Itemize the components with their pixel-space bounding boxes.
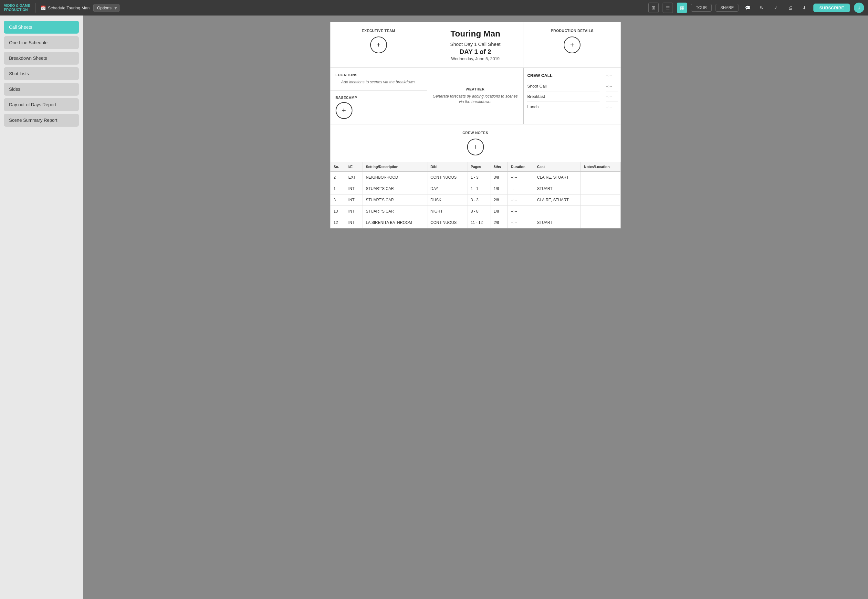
locations-basecamp-col: LOCATIONS Add locations to scenes via th… bbox=[331, 68, 427, 124]
production-details-label: PRODUCTION DETAILS bbox=[551, 29, 593, 33]
add-production-details-btn[interactable]: + bbox=[564, 36, 581, 53]
cell-ie-3: INT bbox=[345, 205, 363, 217]
download-icon[interactable]: ⬇ bbox=[799, 3, 809, 13]
cell-notes-3 bbox=[581, 205, 620, 217]
col-pages: Pages bbox=[467, 162, 490, 172]
cell-pages-1: 1 - 1 bbox=[467, 183, 490, 194]
cell-setting-3: STUART'S CAR bbox=[363, 205, 427, 217]
cell-ie-0: EXT bbox=[345, 172, 363, 183]
basecamp-label: BASECAMP bbox=[335, 96, 421, 99]
cell-cast-1: STUART bbox=[534, 183, 581, 194]
col-notes: Notes/Location bbox=[581, 162, 620, 172]
sidebar: Call Sheets One Line Schedule Breakdown … bbox=[0, 15, 83, 599]
table-view-btn[interactable]: ☰ bbox=[663, 3, 673, 13]
calendar-icon: 📅 bbox=[41, 6, 46, 11]
cell-setting-4: LA SIRENITA BATHROOM bbox=[363, 217, 427, 228]
table-row: 1INTSTUART'S CARDAY1 - 11/8--:--STUART bbox=[331, 183, 621, 194]
cell-eighths-3: 1/8 bbox=[490, 205, 507, 217]
print-icon[interactable]: 🖨 bbox=[785, 3, 795, 13]
table-row: 12INTLA SIRENITA BATHROOMCONTINUOUS11 - … bbox=[331, 217, 621, 228]
user-avatar[interactable]: U bbox=[854, 3, 864, 13]
sidebar-item-one-line-schedule[interactable]: One Line Schedule bbox=[4, 36, 79, 49]
sidebar-item-scene-summary[interactable]: Scene Summary Report bbox=[4, 114, 79, 126]
cell-duration-0: --:-- bbox=[507, 172, 534, 183]
check-icon[interactable]: ✓ bbox=[771, 3, 781, 13]
schedule-title: Schedule Touring Man bbox=[48, 6, 89, 11]
sidebar-item-call-sheets[interactable]: Call Sheets bbox=[4, 21, 79, 34]
sidebar-item-sides[interactable]: Sides bbox=[4, 83, 79, 96]
cell-duration-1: --:-- bbox=[507, 183, 534, 194]
cell-cast-0: CLAIRE, STUART bbox=[534, 172, 581, 183]
locations-note: Add locations to scenes via the breakdow… bbox=[335, 80, 421, 85]
table-row: 2EXTNEIGHBORHOODCONTINUOUS1 - 33/8--:--C… bbox=[331, 172, 621, 183]
weather-section: WEATHER Generate forecasts by adding loc… bbox=[427, 68, 524, 124]
main-content: EXECUTIVE TEAM + Touring Man Shoot Day 1… bbox=[83, 15, 868, 599]
cell-sc-4: 12 bbox=[331, 217, 345, 228]
table-row: 10INTSTUART'S CARNIGHT8 - 81/8--:-- bbox=[331, 205, 621, 217]
breakfast-time: --:-- bbox=[606, 92, 618, 102]
cell-eighths-1: 1/8 bbox=[490, 183, 507, 194]
main-layout: Call Sheets One Line Schedule Breakdown … bbox=[0, 15, 868, 599]
locations-label: LOCATIONS bbox=[335, 73, 421, 77]
date-label: Wednesday, June 5, 2019 bbox=[451, 56, 500, 61]
cell-dn-2: DUSK bbox=[427, 194, 467, 205]
cell-dn-0: CONTINUOUS bbox=[427, 172, 467, 183]
doc-header: EXECUTIVE TEAM + Touring Man Shoot Day 1… bbox=[331, 22, 621, 68]
share-btn[interactable]: SHARE bbox=[716, 4, 739, 12]
shoot-call-time: --:-- bbox=[606, 81, 618, 92]
col-sc: Sc. bbox=[331, 162, 345, 172]
cell-cast-3 bbox=[534, 205, 581, 217]
crew-call-grid: CREW CALL Shoot Call Breakfast Lunch --:… bbox=[524, 68, 620, 124]
add-crew-notes-btn[interactable]: + bbox=[467, 138, 484, 155]
doc-middle: LOCATIONS Add locations to scenes via th… bbox=[331, 68, 621, 124]
cell-cast-2: CLAIRE, STUART bbox=[534, 194, 581, 205]
cell-pages-4: 11 - 12 bbox=[467, 217, 490, 228]
cell-ie-4: INT bbox=[345, 217, 363, 228]
crew-notes-section: CREW NOTES + bbox=[331, 124, 621, 162]
cell-setting-0: NEIGHBORHOOD bbox=[363, 172, 427, 183]
add-basecamp-btn[interactable]: + bbox=[335, 102, 352, 119]
sidebar-item-day-out-of-days[interactable]: Day out of Days Report bbox=[4, 98, 79, 111]
cell-setting-1: STUART'S CAR bbox=[363, 183, 427, 194]
crew-call-labels: CREW CALL Shoot Call Breakfast Lunch bbox=[524, 68, 602, 124]
options-dropdown-wrap[interactable]: Options bbox=[93, 4, 120, 12]
cell-duration-3: --:-- bbox=[507, 205, 534, 217]
shoot-day-label: Shoot Day 1 Call Sheet bbox=[450, 41, 501, 47]
table-row: 3INTSTUART'S CARDUSK3 - 32/8--:--CLAIRE,… bbox=[331, 194, 621, 205]
subscribe-button[interactable]: SUBSCRIBE bbox=[814, 3, 850, 12]
cell-pages-0: 1 - 3 bbox=[467, 172, 490, 183]
options-dropdown[interactable]: Options bbox=[93, 4, 120, 12]
cell-sc-0: 2 bbox=[331, 172, 345, 183]
refresh-icon[interactable]: ↻ bbox=[757, 3, 767, 13]
sidebar-item-breakdown-sheets[interactable]: Breakdown Sheets bbox=[4, 52, 79, 65]
card-view-btn[interactable]: ▦ bbox=[677, 3, 687, 13]
cell-eighths-0: 3/8 bbox=[490, 172, 507, 183]
document-container: EXECUTIVE TEAM + Touring Man Shoot Day 1… bbox=[330, 22, 621, 229]
logo-text: VIDEO & GAMEPRODUCTION bbox=[4, 3, 30, 12]
cell-cast-4: STUART bbox=[534, 217, 581, 228]
col-duration: Duration bbox=[507, 162, 534, 172]
cell-dn-4: CONTINUOUS bbox=[427, 217, 467, 228]
day-of: DAY 1 of 2 bbox=[460, 48, 491, 56]
cell-ie-2: INT bbox=[345, 194, 363, 205]
tour-btn[interactable]: TOUR bbox=[691, 4, 712, 12]
production-details-section: PRODUCTION DETAILS + bbox=[524, 22, 620, 68]
cell-notes-4 bbox=[581, 217, 620, 228]
lunch-time: --:-- bbox=[606, 102, 618, 112]
grid-view-btn[interactable]: ⊞ bbox=[648, 3, 659, 13]
sidebar-item-shot-lists[interactable]: Shot Lists bbox=[4, 67, 79, 80]
cell-dn-3: NIGHT bbox=[427, 205, 467, 217]
cell-notes-0 bbox=[581, 172, 620, 183]
locations-section: LOCATIONS Add locations to scenes via th… bbox=[331, 68, 427, 90]
add-executive-team-btn[interactable]: + bbox=[370, 36, 387, 53]
cell-pages-2: 3 - 3 bbox=[467, 194, 490, 205]
cell-duration-4: --:-- bbox=[507, 217, 534, 228]
cell-sc-2: 3 bbox=[331, 194, 345, 205]
doc-title-section: Touring Man Shoot Day 1 Call Sheet DAY 1… bbox=[427, 22, 524, 68]
weather-note: Generate forecasts by adding locations t… bbox=[432, 94, 518, 105]
basecamp-section: BASECAMP + bbox=[331, 90, 427, 124]
col-dn: D/N bbox=[427, 162, 467, 172]
comment-icon[interactable]: 💬 bbox=[742, 3, 753, 13]
table-header-row: Sc. I/E Setting/Description D/N Pages 8t… bbox=[331, 162, 621, 172]
schedule-title-area: 📅 Schedule Touring Man bbox=[41, 6, 89, 11]
